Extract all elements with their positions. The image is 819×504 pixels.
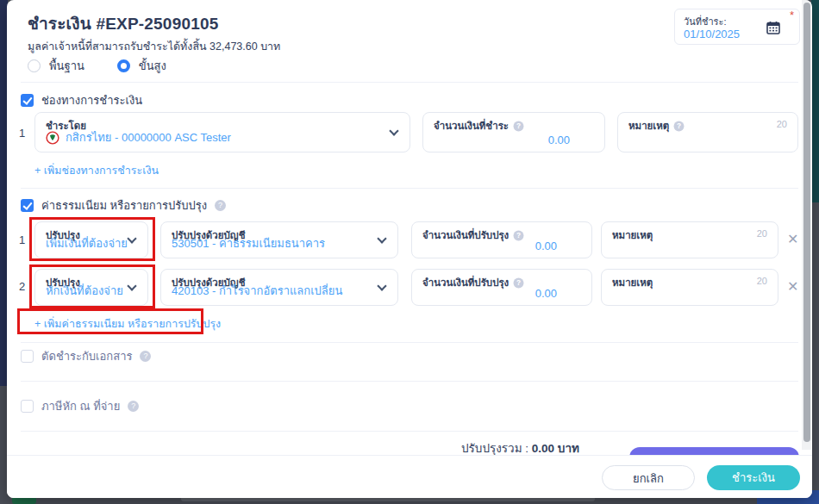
adjustment-section-header: ค่าธรรมเนียม หรือรายการปรับปรุง ? <box>21 196 226 215</box>
adjustment-amount-field[interactable]: จำนวนเงินที่ปรับปรุง ? 0.00 <box>411 269 592 306</box>
info-icon[interactable]: ? <box>674 121 685 131</box>
adjustment-type-value: เพิ่มเงินที่ต้องจ่าย <box>46 234 128 252</box>
divider <box>21 381 798 382</box>
adjustment-amount-value[interactable]: 0.00 <box>535 240 557 252</box>
divider <box>21 188 798 189</box>
payment-row-number: 1 <box>19 127 25 140</box>
payment-note-field[interactable]: หมายเหตุ ? 20 <box>617 112 798 152</box>
pay-button[interactable]: ชำระเงิน <box>707 465 800 490</box>
adjustment-label: ค่าธรรมเนียม หรือรายการปรับปรุง <box>41 196 207 215</box>
chevron-down-icon <box>127 233 136 243</box>
adjustment-checkbox[interactable] <box>21 199 34 212</box>
adjustment-note-field[interactable]: หมายเหตุ 20 <box>601 269 778 306</box>
adjustment-account-value: 530501 - ค่าธรรมเนียมธนาคาร <box>172 234 325 252</box>
adjustment-amount-value[interactable]: 0.00 <box>535 287 557 300</box>
info-icon[interactable]: ? <box>215 200 226 211</box>
radio-advanced[interactable] <box>117 59 130 72</box>
adjustment-account-value: 420103 - กำไรจากอัตราแลกเปลี่ยน <box>172 282 342 300</box>
add-adjustment-link[interactable]: + เพิ่มค่าธรรมเนียม หรือรายการปรับปรุง <box>34 315 221 333</box>
remove-row-icon[interactable]: ✕ <box>787 280 798 294</box>
adjustment-amount-label: จำนวนเงินที่ปรับปรุง <box>422 275 509 290</box>
withholding-tax-section: ภาษีหัก ณ ที่จ่าย ? <box>21 397 139 415</box>
settle-documents-checkbox[interactable] <box>21 350 34 363</box>
backdrop-right <box>811 0 819 202</box>
info-icon[interactable]: ? <box>128 401 139 412</box>
divider <box>21 431 798 432</box>
divider <box>21 342 798 343</box>
payment-amount-label: จำนวนเงินที่ชำระ <box>434 118 509 134</box>
remove-row-icon[interactable]: ✕ <box>787 233 798 246</box>
payable-summary-text: มูลค่าเจ้าหนี้ที่สามารถรับชำระได้ทั้งสิ้… <box>28 38 280 55</box>
withholding-tax-label: ภาษีหัก ณ ที่จ่าย <box>41 397 120 415</box>
settle-documents-label: ตัดชำระกับเอกสาร <box>41 347 132 365</box>
radio-basic[interactable] <box>28 59 41 72</box>
info-icon[interactable]: ? <box>140 351 151 362</box>
paid-by-select[interactable]: ชำระโดย กสิกรไทย - 00000000 ASC Tester <box>34 112 410 152</box>
payment-channel-section-header: ช่องทางการชำระเงิน <box>21 91 142 109</box>
settle-documents-section: ตัดชำระกับเอกสาร ? <box>21 347 151 365</box>
payment-amount-value[interactable]: 0.00 <box>548 134 570 146</box>
payment-amount-field[interactable]: จำนวนเงินที่ชำระ ? 0.00 <box>422 112 605 152</box>
cancel-button[interactable]: ยกเลิก <box>602 465 695 490</box>
chevron-down-icon <box>389 126 398 135</box>
info-icon[interactable]: ? <box>514 121 524 131</box>
radio-advanced-label[interactable]: ขั้นสูง <box>139 57 166 75</box>
char-limit: 20 <box>757 276 767 286</box>
char-limit: 20 <box>777 119 787 129</box>
payment-date-value[interactable]: 01/10/2025 <box>684 28 740 40</box>
payment-note-label: หมายเหตุ <box>628 118 669 134</box>
adjustment-type-value: หักเงินที่ต้องจ่าย <box>46 282 123 300</box>
adjustment-amount-label: จำนวนเงินที่ปรับปรุง <box>422 227 509 243</box>
scrollbar-track[interactable] <box>802 0 811 450</box>
add-payment-channel-link[interactable]: + เพิ่มช่องทางการชำระเงิน <box>34 162 159 179</box>
calendar-icon[interactable] <box>766 21 780 34</box>
required-asterisk: * <box>790 11 794 20</box>
radio-basic-label[interactable]: พื้นฐาน <box>49 57 84 75</box>
payment-date-field[interactable]: วันที่ชำระ: 01/10/2025 * <box>674 9 800 45</box>
payment-channel-label: ช่องทางการชำระเงิน <box>41 91 142 109</box>
info-icon[interactable]: ? <box>514 277 524 288</box>
modal-footer: ยกเลิก ชำระเงิน <box>7 455 812 498</box>
adjustment-total-label: ปรับปรุงรวม : <box>461 442 528 455</box>
payment-channel-checkbox[interactable] <box>21 94 34 107</box>
chevron-down-icon <box>377 233 386 243</box>
chevron-down-icon <box>377 281 386 290</box>
adjustment-amount-field[interactable]: จำนวนเงินที่ปรับปรุง ? 0.00 <box>411 221 592 258</box>
bank-logo-icon <box>46 131 59 145</box>
adjustment-row-number: 2 <box>19 280 25 293</box>
scrollbar-thumb[interactable] <box>803 3 810 442</box>
adjustment-note-field[interactable]: หมายเหตุ 20 <box>601 221 778 258</box>
adjustment-note-label: หมายเหตุ <box>612 227 653 243</box>
adjustment-type-select[interactable]: ปรับปรุง หักเงินที่ต้องจ่าย <box>34 269 148 306</box>
divider <box>21 82 798 83</box>
withholding-tax-checkbox[interactable] <box>21 400 34 413</box>
adjustment-row-number: 1 <box>19 233 25 246</box>
chevron-down-icon <box>127 281 136 290</box>
adjustment-account-select[interactable]: ปรับปรุงด้วยบัญชี 530501 - ค่าธรรมเนียมธ… <box>160 221 398 258</box>
info-icon[interactable]: ? <box>514 230 524 240</box>
adjustment-type-select[interactable]: ปรับปรุง เพิ่มเงินที่ต้องจ่าย <box>34 221 148 258</box>
adjustment-note-label: หมายเหตุ <box>612 275 653 290</box>
paid-by-value: กสิกรไทย - 00000000 ASC Tester <box>66 128 231 146</box>
adjustment-account-select[interactable]: ปรับปรุงด้วยบัญชี 420103 - กำไรจากอัตราแ… <box>160 269 398 306</box>
char-limit: 20 <box>757 228 767 239</box>
mode-radio-group: พื้นฐาน ขั้นสูง <box>28 57 191 75</box>
page-title: ชำระเงิน #EXP-25090105 <box>28 10 218 36</box>
adjustment-total-value: 0.00 บาท <box>532 442 579 455</box>
payment-modal: ชำระเงิน #EXP-25090105 มูลค่าเจ้าหนี้ที่… <box>7 0 812 498</box>
